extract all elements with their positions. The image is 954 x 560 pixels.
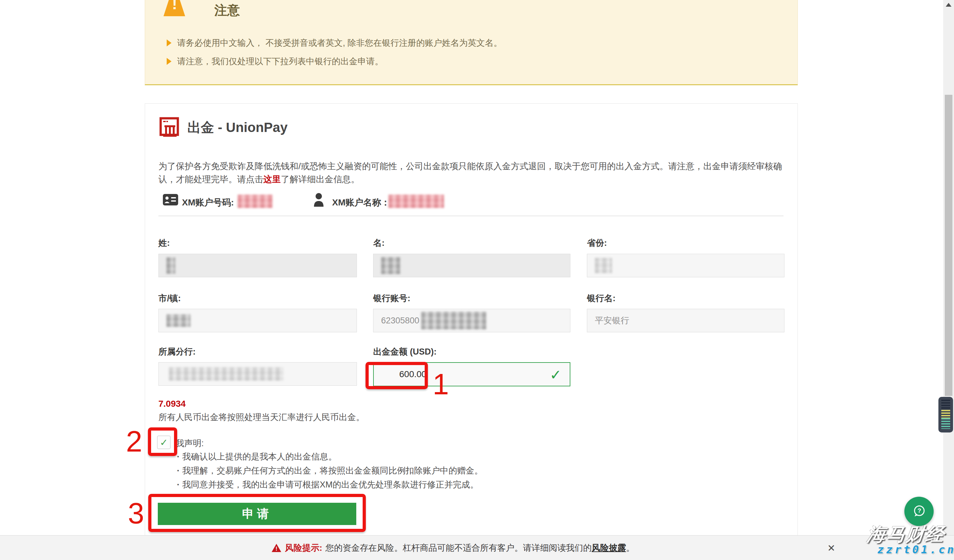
card-header: 出金 - UnionPay bbox=[159, 117, 288, 138]
bank-account-field[interactable]: 62305800 bbox=[373, 309, 571, 332]
declaration-item: 我同意并接受，我的出金申请可根据XM的出金优先处理条款进行修正并完成。 bbox=[177, 479, 479, 490]
bank-name-field[interactable]: 平安银行 bbox=[587, 309, 784, 332]
bank-name-label: 银行名: bbox=[587, 292, 784, 304]
branch-field[interactable] bbox=[158, 362, 357, 386]
person-icon bbox=[313, 193, 324, 208]
intro-text: 为了保护各方免受欺诈及降低洗钱和/或恐怖主义融资的可能性，公司出金款项只能依原入… bbox=[158, 161, 782, 184]
divider bbox=[158, 216, 784, 216]
warning-item: 请注意，我们仅处理以下下拉列表中银行的出金申请。 bbox=[167, 56, 383, 67]
withdrawal-card: 出金 - UnionPay 为了保护各方免受欺诈及降低洗钱和/或恐怖主义融资的可… bbox=[145, 103, 798, 537]
city-field[interactable] bbox=[158, 309, 357, 332]
warning-item-text: 请注意，我们仅处理以下下拉列表中银行的出金申请。 bbox=[177, 56, 383, 67]
redacted-value bbox=[595, 258, 612, 273]
check-icon: ✓ bbox=[160, 437, 168, 448]
risk-warning-icon: ! bbox=[272, 544, 281, 552]
declaration-label: 我声明: bbox=[176, 437, 204, 449]
risk-prefix: 风险提示: bbox=[285, 542, 322, 554]
warning-item: 请务必使用中文输入， 不接受拼音或者英文, 除非您在银行注册的账户姓名为英文名。 bbox=[167, 37, 502, 49]
scrollbar-thumb[interactable] bbox=[945, 95, 952, 396]
exclamation-glyph: ! bbox=[172, 0, 177, 12]
branch-label: 所属分行: bbox=[158, 346, 357, 358]
declaration-checkbox[interactable]: ✓ bbox=[157, 436, 170, 449]
warning-item-text: 请务必使用中文输入， 不接受拼音或者英文, 除非您在银行注册的账户姓名为英文名。 bbox=[177, 37, 502, 49]
last-name-field[interactable] bbox=[158, 254, 357, 277]
redacted-value bbox=[166, 257, 175, 274]
province-label: 省份: bbox=[587, 237, 784, 249]
redacted-value bbox=[169, 367, 284, 381]
redacted-value bbox=[166, 314, 190, 327]
amount-field[interactable]: 600.00 ✓ bbox=[373, 362, 571, 386]
account-number-label: XM账户号码: bbox=[182, 196, 234, 208]
watermark-url: zzrt01.cn bbox=[877, 543, 954, 556]
last-name-label: 姓: bbox=[158, 237, 357, 249]
apply-button[interactable]: 申请 bbox=[158, 503, 356, 525]
exclamation-glyph: ! bbox=[275, 546, 278, 552]
annotation-number-3: 3 bbox=[128, 499, 144, 528]
stripes-dark bbox=[941, 400, 950, 410]
xm-account-row: XM账户号码: XM账户名称： bbox=[145, 192, 798, 211]
help-button[interactable]: ? bbox=[904, 497, 934, 526]
province-field[interactable] bbox=[587, 254, 784, 277]
bank-account-label: 银行账号: bbox=[373, 292, 571, 304]
annotation-number-1: 1 bbox=[433, 370, 449, 399]
page-title: 出金 - UnionPay bbox=[187, 118, 288, 137]
first-name-label: 名: bbox=[373, 237, 571, 249]
exchange-rate-note: 所有人民币出金将按照处理当天汇率进行人民币出金。 bbox=[158, 412, 365, 423]
amount-label: 出金金额 (USD): bbox=[373, 346, 571, 358]
risk-text: 您的资金存在风险。杠杆商品可能不适合所有客户。请详细阅读我们的 bbox=[326, 542, 592, 554]
bank-icon bbox=[159, 117, 180, 138]
declaration-item: 我确认以上提供的是我本人的出金信息。 bbox=[177, 451, 337, 462]
stripes-yellow bbox=[941, 410, 950, 418]
warning-title: 注意 bbox=[214, 2, 240, 19]
arrow-bullet-icon bbox=[167, 58, 171, 65]
details-link[interactable]: 这里 bbox=[263, 174, 281, 184]
first-name-field[interactable] bbox=[373, 254, 571, 277]
risk-suffix: 。 bbox=[626, 542, 634, 554]
account-name-redacted bbox=[388, 194, 444, 208]
account-name-label: XM账户名称： bbox=[332, 196, 390, 208]
close-icon[interactable]: ✕ bbox=[828, 543, 836, 554]
warning-triangle-icon: ! bbox=[164, 0, 185, 16]
check-icon: ✓ bbox=[550, 367, 561, 383]
redacted-value bbox=[381, 257, 400, 274]
redacted-value bbox=[421, 312, 486, 330]
warning-notice: ! 注意 请务必使用中文输入， 不接受拼音或者英文, 除非您在银行注册的账户姓名… bbox=[145, 0, 798, 85]
question-mark-glyph: ? bbox=[917, 507, 921, 514]
account-number-redacted bbox=[238, 194, 273, 208]
bank-account-value: 62305800 bbox=[381, 316, 419, 326]
intro-paragraph: 为了保护各方免受欺诈及降低洗钱和/或恐怖主义融资的可能性，公司出金款项只能依原入… bbox=[158, 160, 793, 186]
help-bubble-icon: ? bbox=[911, 503, 927, 520]
risk-warning-bar: ! 风险提示: 您的资金存在风险。杠杆商品可能不适合所有客户。请详细阅读我们的 … bbox=[0, 535, 954, 560]
amount-value: 600.00 bbox=[399, 369, 427, 380]
id-card-icon bbox=[163, 194, 178, 205]
annotation-number-2: 2 bbox=[126, 427, 142, 456]
bank-name-value: 平安银行 bbox=[595, 315, 629, 326]
exchange-rate: 7.0934 bbox=[158, 399, 186, 409]
color-stripes-widget[interactable] bbox=[938, 397, 953, 432]
city-label: 市/镇: bbox=[158, 292, 357, 304]
risk-disclosure-link[interactable]: 风险披露 bbox=[592, 542, 626, 554]
scrollbar-up-arrow-icon[interactable] bbox=[946, 3, 951, 7]
stripes-teal bbox=[941, 418, 950, 429]
intro-text: 了解详细出金信息。 bbox=[281, 174, 360, 184]
declaration-item: 我理解，交易账户任何方式的出金，将按照出金金额同比例扣除账户中的赠金。 bbox=[177, 465, 483, 476]
arrow-bullet-icon bbox=[167, 39, 171, 47]
